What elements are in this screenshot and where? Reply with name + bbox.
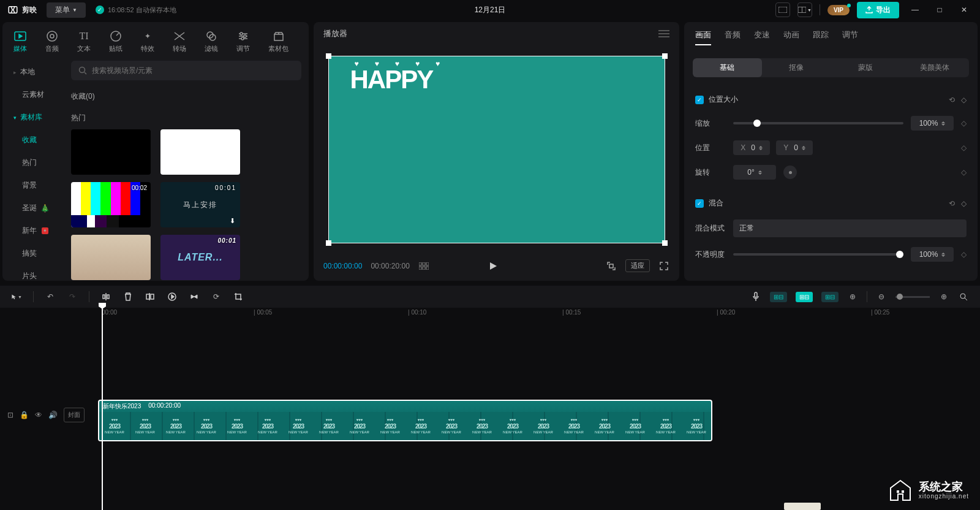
handle-bl[interactable] (326, 240, 331, 246)
search-input[interactable] (71, 61, 301, 80)
scale-keyframe-icon[interactable]: ◇ (961, 119, 967, 128)
crop-icon[interactable] (233, 291, 244, 302)
speed-icon[interactable] (167, 291, 178, 302)
player-menu-icon[interactable] (658, 30, 669, 37)
position-keyframe-icon[interactable]: ◇ (961, 143, 967, 152)
tab-effect[interactable]: ✦特效 (137, 27, 158, 56)
prop-tab-animation[interactable]: 动画 (783, 29, 799, 45)
opacity-slider[interactable] (733, 253, 903, 256)
thumb-white[interactable] (160, 129, 240, 175)
link-on-icon[interactable]: ⊞⊟ (796, 292, 813, 302)
sidebar-item-favorites[interactable]: 收藏 (2, 129, 64, 151)
zoom-slider[interactable] (895, 296, 930, 298)
split-icon[interactable] (100, 291, 111, 302)
thumb-black[interactable] (71, 129, 151, 175)
maximize-icon[interactable]: □ (931, 4, 948, 15)
tab-pack[interactable]: 素材包 (265, 27, 292, 56)
prop-tab-adjust[interactable]: 调节 (842, 29, 858, 45)
tab-text[interactable]: TI文本 (74, 27, 94, 56)
tab-media[interactable]: 媒体 (10, 27, 31, 56)
blend-checkbox[interactable]: ✓ (695, 199, 704, 208)
blend-reset-icon[interactable]: ⟲ (949, 199, 955, 208)
track-lock-icon[interactable]: 🔒 (20, 411, 29, 419)
delete-icon[interactable] (123, 291, 134, 302)
rotation-keyframe-icon[interactable]: ◇ (961, 168, 967, 177)
sub-tab-mask[interactable]: 抠像 (762, 58, 831, 77)
redo-icon[interactable]: ↷ (67, 291, 78, 302)
thumb-later[interactable]: LATER...00:01 (160, 235, 240, 280)
close-icon[interactable]: ✕ (956, 4, 973, 15)
ratio-icon[interactable] (606, 261, 617, 272)
cover-button[interactable]: 封面 (64, 408, 85, 422)
zoom-out-icon[interactable]: ⊖ (876, 291, 887, 302)
rotation-input[interactable]: 0° (733, 165, 776, 180)
align-icon[interactable]: ⊕ (847, 291, 858, 302)
preview-canvas[interactable]: ♥♥♥♥♥ HAPPY (328, 56, 665, 243)
thumb-text[interactable]: 马上安排00:01⬇ (160, 182, 240, 227)
track-visible-icon[interactable]: 👁 (35, 411, 42, 419)
handle-tr[interactable] (662, 53, 668, 59)
refresh-icon[interactable]: ⟳ (211, 291, 222, 302)
thumb-person[interactable] (71, 235, 151, 280)
keyframe-all-icon[interactable]: ◇ (961, 96, 967, 104)
video-clip[interactable]: 新年快乐2023 00:00:20:00 ♥♥♥2023NEW YEAR♥♥♥2… (98, 400, 712, 441)
sidebar-item-cloud[interactable]: 云素材 (2, 83, 64, 106)
tab-audio[interactable]: 音频 (42, 27, 62, 56)
sidebar-item-background[interactable]: 背景 (2, 174, 64, 197)
prop-tab-picture[interactable]: 画面 (695, 29, 711, 45)
fit-button[interactable]: 适应 (625, 259, 650, 272)
handle-br[interactable] (662, 240, 668, 246)
scale-input[interactable]: 100% (911, 116, 954, 131)
undo-icon[interactable]: ↶ (45, 291, 56, 302)
zoom-fit-icon[interactable] (958, 291, 969, 302)
reset-icon[interactable]: ⟲ (949, 96, 955, 104)
shortcut-icon[interactable] (775, 2, 790, 17)
play-button[interactable] (488, 261, 499, 272)
zoom-in-icon[interactable]: ⊕ (938, 291, 949, 302)
prop-tab-track[interactable]: 跟踪 (813, 29, 829, 45)
position-size-checkbox[interactable]: ✓ (695, 96, 704, 104)
snap-icon[interactable]: ⊞⊟ (821, 292, 839, 302)
export-button[interactable]: 导出 (857, 2, 899, 18)
minimize-icon[interactable]: — (907, 4, 924, 15)
reverse-icon[interactable] (189, 291, 200, 302)
crop-left-icon[interactable] (145, 291, 156, 302)
vip-badge[interactable]: VIP (827, 5, 850, 15)
sidebar-item-local[interactable]: ▸本地 (2, 61, 64, 83)
fullscreen-icon[interactable] (658, 261, 669, 272)
handle-tl[interactable] (326, 53, 331, 59)
playhead[interactable] (102, 308, 103, 510)
time-ruler[interactable]: 00:00 | 00:05 | 00:10 | 00:15 | 00:20 | … (98, 308, 980, 320)
prop-tab-speed[interactable]: 变速 (754, 29, 770, 45)
position-x-input[interactable]: X0 (733, 140, 770, 155)
prop-tab-audio[interactable]: 音频 (725, 29, 741, 45)
rotation-dial[interactable] (783, 166, 797, 179)
blend-keyframe-all-icon[interactable]: ◇ (961, 199, 967, 208)
sidebar-item-christmas[interactable]: 圣诞 🎄 (2, 197, 64, 219)
layout-icon[interactable]: ▼ (797, 2, 812, 17)
mic-icon[interactable] (750, 291, 761, 302)
sub-tab-basic[interactable]: 基础 (693, 58, 762, 77)
sidebar-item-newyear[interactable]: 新年 ✦ (2, 219, 64, 242)
thumbnail-icon[interactable] (418, 261, 429, 272)
track-mute-icon[interactable]: 🔊 (48, 411, 58, 419)
sidebar-item-intro[interactable]: 片头 (2, 265, 64, 281)
position-y-input[interactable]: Y0 (776, 140, 813, 155)
track-settings-icon[interactable]: ⊡ (7, 411, 13, 419)
opacity-keyframe-icon[interactable]: ◇ (961, 250, 967, 259)
sub-tab-beauty[interactable]: 美颜美体 (900, 58, 969, 77)
select-tool-icon[interactable]: ▼ (11, 291, 22, 302)
opacity-input[interactable]: 100% (911, 247, 954, 262)
tab-transition[interactable]: 转场 (169, 27, 190, 56)
tab-sticker[interactable]: 贴纸 (105, 27, 126, 56)
tab-adjust[interactable]: 调节 (233, 27, 254, 56)
blend-mode-select[interactable]: 正常 (733, 219, 967, 237)
menu-button[interactable]: 菜单 ▼ (47, 2, 86, 18)
thumb-colorbars[interactable]: 00:02 (71, 182, 151, 227)
tab-filter[interactable]: 滤镜 (201, 27, 222, 56)
sidebar-item-library[interactable]: ▾素材库 (2, 106, 64, 129)
sub-tab-matte[interactable]: 蒙版 (831, 58, 900, 77)
sidebar-item-funny[interactable]: 搞笑 (2, 242, 64, 265)
scale-slider[interactable] (733, 122, 903, 124)
sidebar-item-popular[interactable]: 热门 (2, 151, 64, 174)
